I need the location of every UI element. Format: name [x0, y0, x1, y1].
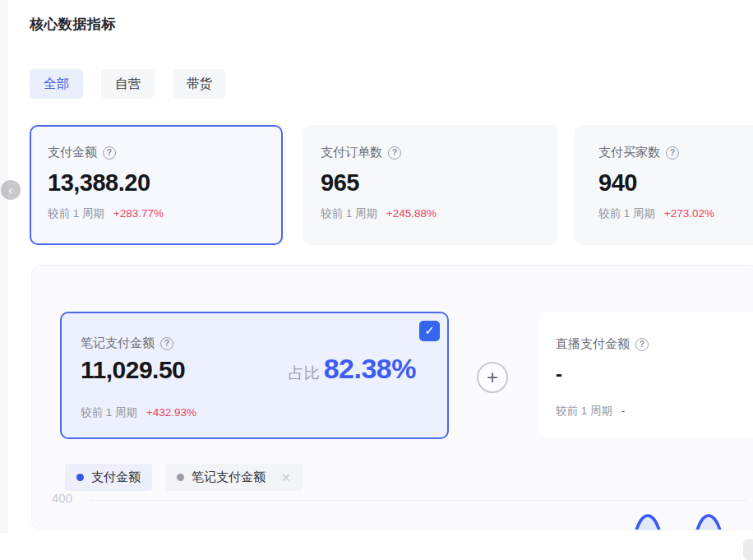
metric-title: 支付订单数 [321, 145, 382, 160]
note-card-title-row: 笔记支付金额 ? [81, 336, 173, 351]
metric-title: 支付金额 [48, 145, 97, 160]
close-icon[interactable]: ✕ [281, 471, 291, 484]
change-value: - [621, 405, 626, 417]
compare-label: 较前 1 周期 [48, 207, 104, 220]
live-card-compare-row: 较前 1 周期 - [556, 404, 625, 419]
metric-title: 支付买家数 [598, 145, 660, 160]
question-circle-icon[interactable]: ? [160, 337, 173, 350]
live-card-value: - [556, 363, 562, 386]
note-card-compare-row: 较前 1 周期 +432.93% [81, 405, 196, 420]
metric-card-title-row: 支付订单数 ? [321, 145, 539, 160]
live-card-title: 直播支付金额 [556, 336, 630, 352]
y-axis-tick: 400 [52, 491, 72, 505]
chevron-left-icon: ‹ [9, 183, 13, 197]
legend-label: 支付金额 [91, 470, 141, 485]
metric-compare-row: 较前 1 周期 +283.77% [48, 206, 265, 221]
share-value: 82.38% [324, 353, 416, 385]
breakdown-chart-panel: ✓ 笔记支付金额 ? 11,029.50 占比 82.38% 较前 1 周期 +… [31, 265, 753, 530]
tab-affiliate[interactable]: 带货 [173, 69, 226, 99]
metric-value: 940 [598, 169, 753, 197]
change-value: +245.88% [386, 207, 437, 220]
checkbox-checked-icon[interactable]: ✓ [419, 321, 440, 341]
live-card-title-row: 直播支付金额 ? [556, 336, 649, 352]
metric-compare-row: 较前 1 周期 +245.88% [321, 206, 539, 221]
legend-chip-note-payment-amount[interactable]: 笔记支付金额 ✕ [165, 464, 303, 491]
carousel-prev-button[interactable]: ‹ [1, 180, 21, 200]
question-circle-icon[interactable]: ? [103, 146, 116, 160]
legend-chip-payment-amount[interactable]: 支付金额 [65, 464, 152, 491]
plus-icon: + [487, 366, 498, 388]
metric-scope-tabs: 全部 自营 带货 [30, 69, 226, 99]
compare-label: 较前 1 周期 [598, 207, 655, 220]
note-card-value: 11,029.50 [81, 356, 185, 384]
legend-dot-blue [76, 474, 84, 481]
note-card-value-row: 11,029.50 占比 82.38% [81, 353, 416, 385]
metric-value: 13,388.20 [48, 169, 265, 197]
metric-value: 965 [321, 169, 539, 197]
legend-dot-gray [177, 474, 184, 481]
tab-all[interactable]: 全部 [30, 69, 83, 99]
question-circle-icon[interactable]: ? [388, 146, 401, 160]
note-card-title: 笔记支付金额 [81, 336, 155, 351]
compare-label: 较前 1 周期 [321, 207, 377, 220]
metric-card-payment-buyers[interactable]: 支付买家数 ? 940 较前 1 周期 +273.02% [574, 125, 753, 245]
metric-card-payment-orders[interactable]: 支付订单数 ? 965 较前 1 周期 +245.88% [303, 125, 557, 245]
dashboard-page: 核心数据指标 全部 自营 带货 支付金额 ? 13,388.20 较前 1 周期… [0, 0, 753, 560]
add-metric-button[interactable]: + [477, 362, 508, 393]
question-circle-icon[interactable]: ? [666, 146, 679, 160]
tab-self-operated[interactable]: 自营 [101, 69, 155, 99]
compare-label: 较前 1 周期 [81, 406, 137, 419]
line-chart-peaks [598, 504, 746, 530]
chart-legend: 支付金额 笔记支付金额 ✕ [65, 464, 303, 491]
dashed-gridline [91, 500, 746, 501]
metric-card-payment-amount[interactable]: 支付金额 ? 13,388.20 较前 1 周期 +283.77% [30, 125, 283, 245]
metric-card-title-row: 支付金额 ? [48, 145, 265, 160]
legend-label: 笔记支付金额 [192, 470, 266, 485]
change-value: +273.02% [664, 207, 714, 220]
share-label: 占比 [289, 363, 320, 384]
live-payment-card[interactable]: 直播支付金额 ? - 较前 1 周期 - [539, 312, 753, 439]
question-circle-icon[interactable]: ? [635, 338, 649, 351]
change-value: +432.93% [146, 406, 196, 419]
change-value: +283.77% [113, 207, 164, 220]
page-title: 核心数据指标 [30, 15, 116, 34]
compare-label: 较前 1 周期 [556, 405, 612, 417]
note-payment-card[interactable]: ✓ 笔记支付金额 ? 11,029.50 占比 82.38% 较前 1 周期 +… [60, 312, 449, 439]
left-gutter [0, 0, 7, 533]
metric-card-title-row: 支付买家数 ? [598, 145, 753, 160]
metric-compare-row: 较前 1 周期 +273.02% [598, 206, 753, 221]
floating-corner-widget[interactable] [743, 539, 753, 560]
